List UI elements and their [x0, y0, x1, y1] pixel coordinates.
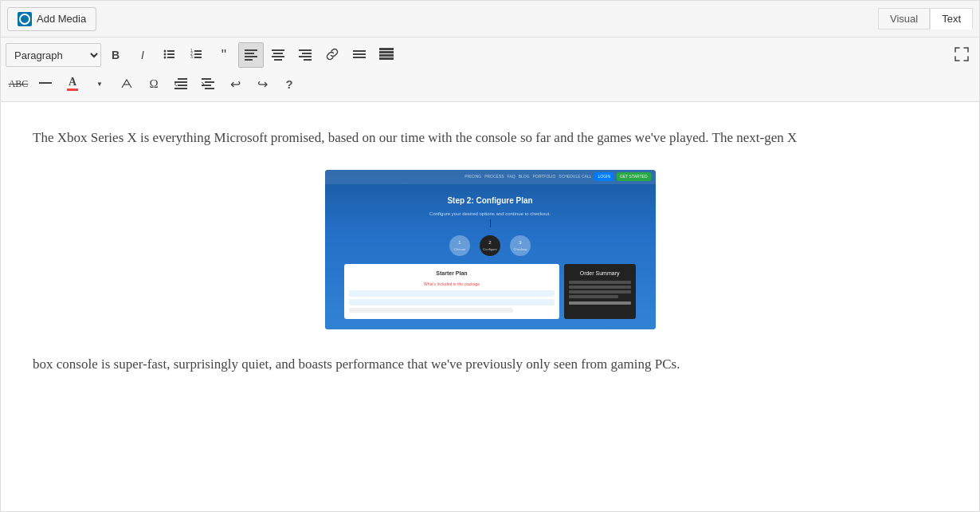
outdent-button[interactable] [168, 71, 194, 96]
unordered-list-button[interactable] [157, 42, 182, 68]
ss-step-2: 2 Configure [480, 235, 500, 256]
hr-line-icon [39, 77, 52, 92]
ss-card-line-3 [349, 308, 513, 313]
svg-point-0 [164, 49, 167, 52]
fullscreen-button[interactable] [949, 42, 974, 68]
ss-subtitle: Configure your desired options and conti… [429, 210, 551, 218]
ss-summary-title: Order Summary [569, 269, 631, 278]
ss-card-sub: What's Included in this package [349, 281, 554, 288]
screenshot-sim: PRICING PROCESS FAQ BLOG PORTFOLIO SCHED… [325, 170, 656, 329]
hr-line-button[interactable] [33, 71, 58, 96]
outdent-icon [174, 77, 187, 92]
paragraph-1: The Xbox Series X is everything Microsof… [33, 126, 947, 151]
ss-nav: PRICING PROCESS FAQ BLOG PORTFOLIO SCHED… [325, 170, 656, 184]
ss-step-1: 1 Choose [449, 235, 470, 256]
svg-rect-31 [39, 82, 52, 84]
indent-icon [202, 77, 214, 92]
tab-text[interactable]: Text [930, 8, 973, 30]
tab-visual[interactable]: Visual [878, 8, 930, 30]
toolbar-row-2: ABC A ▼ [6, 69, 974, 98]
svg-rect-14 [245, 56, 257, 57]
toolbar-toggle-icon [378, 46, 394, 65]
svg-rect-11 [194, 57, 202, 58]
align-left-button[interactable] [238, 42, 264, 68]
svg-point-2 [164, 53, 167, 55]
svg-point-4 [164, 56, 167, 58]
svg-rect-3 [167, 53, 174, 55]
text-color-underline [67, 89, 78, 91]
ss-order-summary: Order Summary [564, 264, 636, 319]
strikethrough-button[interactable]: ABC [6, 71, 31, 96]
redo-icon: ↪ [257, 77, 268, 92]
undo-button[interactable]: ↩ [222, 71, 248, 96]
svg-rect-25 [353, 53, 366, 55]
svg-rect-27 [379, 48, 394, 50]
bold-button[interactable]: B [103, 42, 128, 68]
add-media-icon [18, 12, 32, 26]
svg-rect-1 [167, 50, 174, 52]
toolbar-toggle-button[interactable] [374, 42, 399, 68]
ss-card-title: Starter Plan [349, 269, 554, 278]
special-char-button[interactable]: Ω [141, 71, 167, 96]
text-color-button[interactable]: A [60, 71, 85, 96]
horizontal-rule-button[interactable] [347, 42, 372, 68]
ordered-list-button[interactable]: 1. 2. 3. [184, 42, 210, 68]
view-tabs: Visual Text [878, 8, 973, 30]
svg-rect-35 [178, 85, 187, 86]
align-center-icon [272, 48, 284, 63]
svg-rect-16 [272, 49, 284, 51]
svg-rect-20 [299, 49, 312, 51]
svg-rect-30 [379, 57, 394, 60]
fullscreen-icon [955, 47, 969, 64]
help-button[interactable]: ? [276, 71, 302, 96]
editor-image[interactable]: PRICING PROCESS FAQ BLOG PORTFOLIO SCHED… [325, 170, 656, 329]
toolbar: Paragraph Heading 1 Heading 2 Heading 3 … [1, 37, 979, 102]
blockquote-icon: " [221, 48, 226, 62]
toolbar-row-1: Paragraph Heading 1 Heading 2 Heading 3 … [6, 41, 974, 69]
svg-rect-23 [304, 59, 312, 61]
svg-rect-40 [205, 88, 214, 89]
svg-rect-7 [194, 50, 202, 52]
link-button[interactable] [319, 42, 345, 68]
svg-rect-22 [299, 56, 312, 57]
link-icon [325, 47, 339, 64]
svg-rect-9 [194, 53, 202, 55]
paragraph-format-select[interactable]: Paragraph Heading 1 Heading 2 Heading 3 … [6, 43, 101, 67]
help-icon: ? [285, 77, 292, 91]
redo-button[interactable]: ↪ [249, 71, 275, 96]
editor-content[interactable]: The Xbox Series X is everything Microsof… [1, 102, 979, 501]
horizontal-rule-icon [353, 48, 366, 63]
dropdown-arrow-icon: ▼ [96, 81, 103, 88]
omega-icon: Ω [149, 77, 158, 91]
editor-wrapper: Add Media Visual Text Paragraph Heading … [0, 0, 980, 512]
text-color-dropdown[interactable]: ▼ [87, 71, 112, 96]
indent-button[interactable] [195, 71, 221, 96]
svg-rect-24 [353, 50, 366, 52]
align-center-button[interactable] [265, 42, 291, 68]
ss-title: Step 2: Configure Plan [447, 194, 532, 207]
undo-icon: ↩ [230, 77, 241, 92]
svg-rect-33 [178, 78, 187, 80]
svg-rect-28 [379, 51, 394, 53]
blockquote-button[interactable]: " [211, 42, 237, 68]
align-right-button[interactable] [292, 42, 318, 68]
ss-card-line-2 [349, 299, 554, 305]
editor-image-container: PRICING PROCESS FAQ BLOG PORTFOLIO SCHED… [33, 170, 947, 337]
align-right-icon [299, 48, 312, 63]
svg-rect-29 [379, 54, 394, 57]
add-media-button[interactable]: Add Media [7, 7, 96, 31]
clear-formatting-icon [120, 77, 133, 92]
svg-rect-17 [273, 53, 283, 54]
clear-formatting-button[interactable] [114, 71, 139, 96]
svg-text:3.: 3. [190, 54, 194, 59]
ss-content-area: Starter Plan What's Included in this pac… [344, 264, 635, 319]
svg-rect-13 [245, 53, 254, 54]
italic-button[interactable]: I [130, 42, 155, 68]
svg-rect-12 [245, 49, 257, 51]
align-left-icon [245, 48, 257, 63]
italic-icon: I [141, 49, 144, 61]
svg-rect-26 [353, 57, 366, 58]
add-media-label: Add Media [37, 13, 86, 25]
ss-starter-card: Starter Plan What's Included in this pac… [344, 264, 559, 319]
svg-rect-15 [245, 59, 253, 61]
